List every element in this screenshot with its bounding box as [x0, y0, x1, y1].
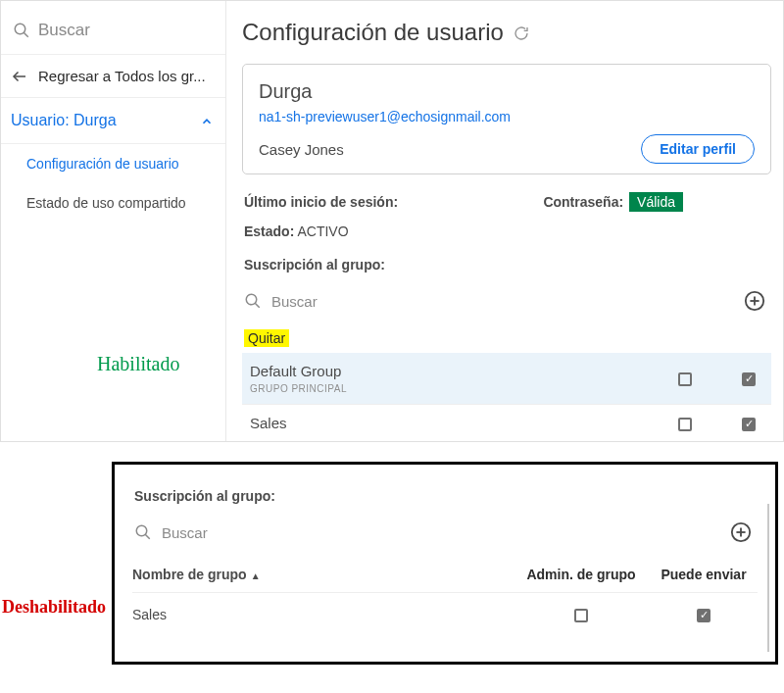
svg-line-4: [255, 303, 260, 308]
title-row: Configuración de usuario: [242, 19, 771, 46]
group-search-row-bottom: [132, 512, 758, 553]
password-label: Contraseña:: [543, 194, 623, 210]
sidebar-search-input[interactable]: [38, 21, 214, 40]
scrollbar[interactable]: [767, 504, 769, 652]
last-login-label: Último inicio de sesión:: [244, 194, 398, 210]
chevron-up-icon: [200, 112, 214, 129]
search-icon: [134, 523, 152, 541]
add-group-button[interactable]: [744, 290, 765, 312]
col-admin-header[interactable]: Admin. de grupo: [513, 567, 650, 582]
group-search-input[interactable]: [271, 293, 744, 310]
svg-point-0: [15, 24, 25, 34]
group-row-sales[interactable]: Sales: [242, 405, 771, 441]
quitar-label[interactable]: Quitar: [244, 329, 289, 347]
annotation-disabled: Deshabilitado: [2, 597, 106, 618]
svg-line-1: [24, 32, 28, 37]
annotation-enabled: Habilitado: [97, 353, 179, 375]
arrow-left-icon: [11, 67, 28, 85]
group-name: Sales: [250, 415, 636, 431]
row-send-checkbox[interactable]: [697, 609, 710, 622]
state-label: Estado:: [244, 223, 294, 239]
back-button[interactable]: Regresar a Todos los gr...: [1, 54, 225, 98]
top-panel: Habilitado Regresar a Todos los gr... Us…: [0, 0, 784, 442]
group-admin-checkbox[interactable]: [678, 418, 692, 431]
svg-point-8: [136, 525, 147, 536]
main-content: Configuración de usuario Durga na1-sh-pr…: [226, 1, 783, 441]
profile-full-name: Casey Jones: [259, 141, 344, 158]
column-headers: Nombre de grupo▲ Admin. de grupo Puede e…: [132, 557, 758, 593]
search-icon: [13, 22, 30, 39]
sidebar-user-label: Usuario: Durga: [11, 112, 117, 129]
group-send-checkbox[interactable]: [742, 372, 756, 386]
last-login-row: Último inicio de sesión: Contraseña: Vál…: [244, 192, 771, 212]
sidebar-user-row[interactable]: Usuario: Durga: [1, 98, 225, 144]
row-admin-checkbox[interactable]: [574, 609, 588, 622]
state-value: ACTIVO: [297, 223, 348, 239]
add-group-button-bottom[interactable]: [730, 521, 752, 543]
profile-card: Durga na1-sh-previewuser1@echosignmail.c…: [242, 64, 771, 174]
col-send-header[interactable]: Puede enviar: [650, 567, 758, 582]
group-subscription-label: Suscripción al grupo:: [134, 488, 758, 504]
page-title: Configuración de usuario: [242, 19, 504, 46]
col-name-header[interactable]: Nombre de grupo▲: [132, 567, 513, 582]
sort-caret-icon: ▲: [251, 570, 261, 581]
profile-email[interactable]: na1-sh-previewuser1@echosignmail.com: [259, 109, 755, 124]
row-name: Sales: [132, 607, 513, 622]
back-label: Regresar a Todos los gr...: [38, 68, 206, 84]
group-admin-checkbox[interactable]: [678, 372, 692, 386]
sidebar-item-user-config[interactable]: Configuración de usuario: [1, 144, 225, 183]
group-search-input-bottom[interactable]: [162, 524, 730, 541]
state-row: Estado: ACTIVO: [244, 223, 771, 239]
sidebar-item-share-state[interactable]: Estado de uso compartido: [1, 183, 225, 223]
password-badge: Válida: [629, 192, 683, 212]
svg-line-9: [145, 534, 150, 539]
profile-name: Durga: [259, 80, 755, 103]
group-subscription-label: Suscripción al grupo:: [244, 257, 771, 272]
edit-profile-button[interactable]: Editar perfil: [641, 134, 755, 164]
sidebar-search[interactable]: [1, 13, 225, 54]
group-sub: GRUPO PRINCIPAL: [250, 383, 636, 394]
group-search-row: [242, 280, 771, 322]
bottom-wrap: Deshabilitado Suscripción al grupo: Nomb…: [0, 462, 784, 665]
group-send-checkbox[interactable]: [742, 418, 756, 431]
search-icon: [244, 292, 262, 310]
group-row-default[interactable]: Default Group GRUPO PRINCIPAL: [242, 353, 771, 404]
group-name: Default Group: [250, 363, 636, 379]
bottom-panel: Suscripción al grupo: Nombre de grupo▲ A…: [112, 462, 778, 665]
svg-point-3: [246, 294, 257, 305]
refresh-icon[interactable]: [514, 24, 529, 40]
table-row[interactable]: Sales: [132, 593, 758, 636]
